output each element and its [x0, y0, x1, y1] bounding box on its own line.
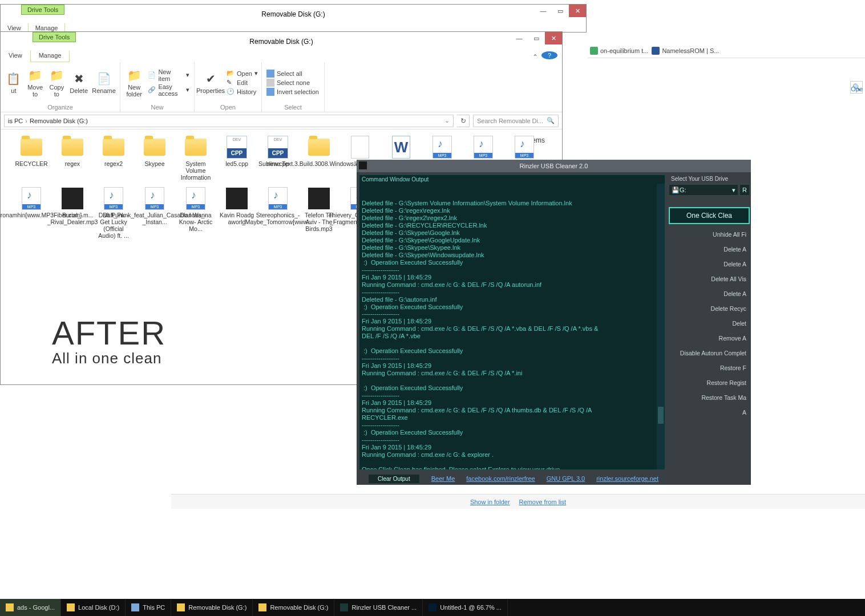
minimize-button[interactable]: —	[535, 5, 552, 17]
taskbar-icon	[258, 603, 266, 611]
drive-select[interactable]: 💾 G:▾	[669, 184, 738, 196]
search-input[interactable]: Search Removable Di... 🔍	[473, 115, 559, 127]
taskbar-icon	[6, 603, 14, 611]
sourceforge-link[interactable]: rinzler.sourceforge.net	[596, 475, 658, 482]
facebook-link[interactable]: facebook.com/rinzlerfree	[466, 475, 535, 482]
rinzler-action-button[interactable]: Delet	[669, 318, 750, 329]
file-icon: MP3	[512, 135, 536, 159]
ribbon-group-label: Open	[195, 103, 261, 112]
file-name: Burial_-_Rival_Dealer.mp3	[47, 212, 98, 225]
tab-view[interactable]: View	[1, 51, 30, 62]
refresh-drives-button[interactable]: R	[739, 184, 750, 196]
rinzler-action-button[interactable]: Restore F	[669, 362, 750, 374]
minimize-button[interactable]: —	[511, 32, 528, 44]
browser-tab[interactable]: NamelessROM | S...	[652, 47, 719, 55]
breadcrumb-thispc[interactable]: is PC	[8, 117, 23, 124]
rinzler-action-button[interactable]: Delete All Vis	[669, 273, 750, 285]
maximize-button[interactable]: ▭	[528, 32, 545, 44]
taskbar-button[interactable]: Local Disk (D:)	[61, 599, 126, 616]
cut-button[interactable]: 📋ut	[5, 71, 22, 94]
delete-button[interactable]: ✖Delete	[70, 71, 88, 94]
file-item[interactable]: DEVCPPnew.cpp	[258, 135, 297, 181]
properties-button[interactable]: ✔Properties	[199, 71, 222, 94]
file-item[interactable]: DEVCPPled5.cpp	[217, 135, 256, 181]
rinzler-action-button[interactable]: Delete A	[669, 244, 750, 255]
open-button[interactable]: 📂Open ▾	[227, 70, 258, 78]
easy-access-button[interactable]: 🔗Easy access ▾	[148, 83, 189, 97]
rinzler-action-button[interactable]: Disable Autorun Complet	[669, 347, 750, 359]
beer-me-link[interactable]: Beer Me	[431, 475, 455, 482]
file-icon	[307, 135, 331, 159]
browser-tab[interactable]: on-equilibrium t...	[590, 47, 648, 55]
refresh-button[interactable]: ↻	[457, 115, 470, 127]
file-name: regex	[65, 160, 80, 167]
taskbar-button[interactable]: ads - Googl...	[0, 599, 61, 616]
edit-button[interactable]: ✎Edit	[227, 79, 258, 87]
maximize-button[interactable]: ▭	[552, 5, 569, 17]
file-item[interactable]: MP3Stereophonics_-_Maybe_Tomorrow[www...…	[258, 187, 297, 239]
rinzler-footer: Clear Output Beer Me facebook.com/rinzle…	[357, 472, 751, 485]
new-item-button[interactable]: 📄New item ▾	[148, 68, 189, 82]
file-icon: MP3	[102, 187, 126, 210]
taskbar-button[interactable]: Untitled-1 @ 66.7% ...	[423, 599, 508, 616]
ribbon-group-label: New	[120, 103, 194, 112]
rinzler-titlebar[interactable]: Rinzler USB Cleaner 2.0	[357, 160, 751, 172]
taskbar-button[interactable]: Removable Disk (G:)	[171, 599, 253, 616]
taskbar-button[interactable]: Removable Disk (G:)	[253, 599, 334, 616]
taskbar-icon	[429, 603, 436, 611]
rinzler-action-button[interactable]: Restore Task Ma	[669, 392, 750, 403]
breadcrumb[interactable]: is PC › Removable Disk (G:) ⌄	[4, 115, 454, 127]
close-button[interactable]: ✕	[545, 32, 562, 44]
move-to-button[interactable]: 📁Move to	[27, 68, 44, 98]
taskbar-button[interactable]: This PC	[126, 599, 171, 616]
help-icon[interactable]: ?	[541, 51, 557, 59]
window-title: Removable Disk (G:)	[261, 10, 325, 18]
scrollbar[interactable]	[657, 184, 665, 469]
file-icon: MP3	[471, 135, 495, 159]
gpl-link[interactable]: GNU GPL 3.0	[547, 475, 585, 482]
select-none-button[interactable]: Select none	[266, 79, 319, 87]
file-item[interactable]: System Volume Information	[176, 135, 215, 181]
rinzler-action-button[interactable]: A	[669, 407, 750, 418]
file-item[interactable]: MP3Daft_Punk_feat_Julian_Casablancas_-_I…	[135, 187, 174, 239]
command-output[interactable]: Deleted file - G:\System Volume Informat…	[359, 184, 665, 469]
rinzler-action-button[interactable]: Restore Regist	[669, 377, 750, 388]
scrollbar-thumb[interactable]	[658, 407, 664, 424]
taskbar-button[interactable]: Rinzler USB Cleaner ...	[334, 599, 423, 616]
history-button[interactable]: 🕑History	[227, 88, 258, 96]
clear-output-button[interactable]: Clear Output	[368, 474, 420, 484]
rinzler-action-button[interactable]: Remove A	[669, 333, 750, 344]
select-all-button[interactable]: Select all	[266, 70, 319, 78]
one-click-clean-button[interactable]: One Click Clea	[669, 207, 750, 224]
file-item[interactable]: RECYCLER	[12, 135, 51, 181]
favicon-icon	[590, 47, 598, 55]
browser-tabs: on-equilibrium t... NamelessROM | S...	[588, 43, 865, 58]
file-item[interactable]: regex2	[94, 135, 133, 181]
close-button[interactable]: ✕	[569, 5, 586, 17]
tab-manage[interactable]: Manage	[30, 51, 70, 62]
file-item[interactable]: regex	[53, 135, 92, 181]
file-icon: MP3	[430, 135, 454, 159]
file-item[interactable]: Skypee	[135, 135, 174, 181]
file-icon: DEVCPP	[266, 135, 290, 159]
rinzler-action-button[interactable]: Delete A	[669, 258, 750, 270]
show-in-folder-link[interactable]: Show in folder	[470, 499, 510, 505]
taskbar-icon	[67, 603, 75, 611]
copy-to-button[interactable]: 📁Copy to	[48, 68, 65, 98]
new-folder-button[interactable]: 📁New folder	[125, 68, 143, 98]
file-name: Do I Wanna Know- Arctic Mo...	[176, 212, 215, 232]
breadcrumb-drive[interactable]: Removable Disk (G:)	[30, 117, 88, 124]
dropdown-icon[interactable]: ⌄	[444, 117, 450, 124]
file-item[interactable]: Burial_-_Rival_Dealer.mp3	[53, 187, 92, 239]
rinzler-action-button[interactable]: Unhide All Fi	[669, 229, 750, 240]
rinzler-action-button[interactable]: Delete A	[669, 288, 750, 299]
open-link[interactable]: Ope	[851, 86, 863, 92]
invert-selection-button[interactable]: Invert selection	[266, 88, 319, 96]
rename-button[interactable]: 📄Rename	[92, 71, 115, 94]
chevron-right-icon: ›	[25, 117, 27, 124]
rinzler-action-button[interactable]: Delete Recyc	[669, 303, 750, 314]
file-item[interactable]: Sublime.Text.3.Build.3008.Windows.32bit.…	[300, 135, 338, 181]
file-item[interactable]: MP3Borsha_Shironamhin[www.MP3Fiber.com].…	[12, 187, 51, 239]
file-item[interactable]: MP3Do I Wanna Know- Arctic Mo...	[176, 187, 215, 239]
remove-from-list-link[interactable]: Remove from list	[519, 499, 567, 505]
